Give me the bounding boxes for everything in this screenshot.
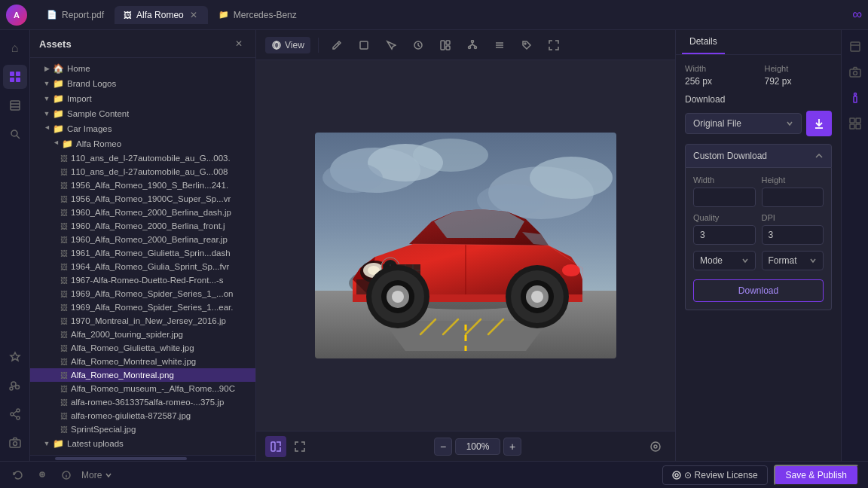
mode-select[interactable]: Mode [693,251,756,270]
toolbar-cursor-icon[interactable] [381,35,402,56]
toolbar-tree-icon[interactable] [462,35,483,56]
asset-panel-close-button[interactable]: ✕ [231,36,246,51]
tree-arrow-brand: ▼ [42,79,51,88]
download-format-select[interactable]: Original File [685,113,802,134]
sidebar-assets-icon[interactable] [3,65,27,89]
tree-item-alfa-folder[interactable]: ▼ 📁 Alfa Romeo [30,136,255,151]
tree-file-15[interactable]: 🖼Alfa_Romeo_Giulietta_white.jpg [30,341,255,355]
tree-file-20[interactable]: 🖼alfa-romeo-giulietta-872587.jpg [30,409,255,422]
more-chevron-icon [105,471,112,479]
tree-file-5[interactable]: 🖼1960_Alfa_Romeo_2000_Berlina_dash.jp [30,206,255,219]
svg-point-70 [562,264,580,276]
quality-input[interactable] [693,225,756,245]
right-icon-grid[interactable] [845,113,866,134]
tree-file-4[interactable]: 🖼1956_Alfa_Romeo_1900C_Super_Sp...vr [30,192,255,206]
format-group: Format [762,251,824,270]
toolbar-clock-icon[interactable] [408,35,429,56]
tree-file-14[interactable]: 🖼Alfa_2000_touring_spider.jpg [30,328,255,341]
right-icon-camera[interactable] [845,62,866,83]
file-icon-2: 🖼 [60,168,68,176]
tree-file-18[interactable]: 🖼Alfa_Romeo_museum_-_Alfa_Rome...90C [30,382,255,395]
dpi-input[interactable] [762,225,824,245]
tree-item-import[interactable]: ▼ 📁 Import [30,91,255,106]
tree-file-2[interactable]: 🖼110_ans_de_l-27automobile_au_G...008 [30,165,255,178]
sidebar-camera-icon[interactable] [3,431,27,455]
tree-file-1[interactable]: 🖼110_ans_de_l-27automobile_au_G...003. [30,151,255,165]
custom-download-button[interactable]: Download [693,279,824,302]
tree-file-3[interactable]: 🖼1956_Alfa_Romeo_1900_S_Berlin...241. [30,178,255,192]
tree-file-10[interactable]: 🖼1967-Alfa-Romeo-Duetto-Red-Front...-s [30,273,255,287]
tree-file-7[interactable]: 🖼1960_Alfa_Romeo_2000_Berlina_rear.jp [30,233,255,246]
tab-report[interactable]: 📄 Report.pdf [38,6,113,24]
save-publish-button[interactable]: Save & Publish [774,465,859,486]
asset-scrollbar[interactable] [30,455,255,461]
svg-point-14 [17,416,20,419]
tree-item-latest[interactable]: ▼ 📁 Latest uploads [30,436,255,451]
info-icon[interactable] [57,466,75,484]
svg-rect-23 [441,41,445,50]
right-icon-details[interactable] [845,87,866,108]
toolbar-tag-icon[interactable] [516,35,537,56]
user-avatar[interactable]: A [6,5,27,26]
review-license-button[interactable]: ⊙ Review License [662,465,767,485]
custom-download-body: Width Height Quality DPI [685,168,832,310]
download-action-icon-button[interactable] [806,111,832,136]
file-icon-1: 🖼 [60,154,68,163]
custom-height-input[interactable] [762,188,824,207]
refresh-icon[interactable] [9,466,27,484]
file-icon-17: 🖼 [60,371,68,380]
tree-item-brand-logos[interactable]: ▼ 📁 Brand Logos [30,76,255,91]
tree-file-13[interactable]: 🖼1970_Montreal_in_New_Jersey_2016.jp [30,314,255,328]
sidebar-share-icon[interactable] [3,402,27,426]
file-label-9: 1964_Alfa_Romeo_Giulia_Sprint_Sp...fvr [71,262,229,271]
tree-item-sample[interactable]: ▼ 📁 Sample Content [30,106,255,121]
custom-width-group: Width [693,175,756,207]
chevron-up-icon [815,151,824,160]
toolbar-edit-icon[interactable] [326,35,347,56]
tree-item-car-images[interactable]: ▼ 📁 Car Images [30,121,255,136]
sidebar-layers-icon[interactable] [3,93,27,117]
download-section-label: Download [685,94,832,105]
zoom-value-display[interactable]: 100% [455,438,500,455]
tab-alfa-close[interactable]: ✕ [188,10,199,20]
file-label-21: SprintSpecial.jpg [71,425,136,434]
zoom-in-button[interactable]: + [503,438,521,456]
location-icon[interactable] [33,466,51,484]
toolbar-layout-icon[interactable] [435,35,456,56]
tree-label-alfa-folder: Alfa Romeo [76,139,121,148]
sidebar-community-icon[interactable] [3,374,27,398]
tree-file-19[interactable]: 🖼alfa-romeo-3613375alfa-romeo-...375.jp [30,395,255,409]
tree-file-6[interactable]: 🖼1960_Alfa_Romeo_2000_Berlina_front.j [30,219,255,233]
sidebar-search-icon[interactable] [3,122,27,146]
nav-expand-button[interactable] [289,436,310,457]
tree-file-8[interactable]: 🖼1961_Alfa_Romeo_Giulietta_Sprin...dash [30,246,255,260]
details-tab[interactable]: Details [682,30,725,54]
infinity-symbol: ∞ [852,7,862,22]
custom-download-header[interactable]: Custom Download [685,144,832,168]
tree-file-12[interactable]: 🖼1969_Alfa_Romeo_Spider_Series_1...ear. [30,300,255,314]
tree-file-21[interactable]: 🖼SprintSpecial.jpg [30,422,255,436]
zoom-out-button[interactable]: − [434,438,452,456]
toolbar-expand-icon[interactable] [543,35,564,56]
view-mode-button[interactable]: View [265,37,310,53]
canvas-image-container [315,133,616,358]
right-icon-export[interactable] [845,36,866,57]
tree-file-11[interactable]: 🖼1969_Alfa_Romeo_Spider_Series_1_...on [30,287,255,300]
format-select[interactable]: Format [762,251,824,270]
car-image-svg [315,133,616,358]
tree-file-16[interactable]: 🖼Alfa_Romeo_Montreal_white.jpg [30,355,255,368]
tree-file-17[interactable]: 🖼Alfa_Romeo_Montreal.png [30,368,255,382]
sidebar-plugin-icon[interactable] [3,345,27,369]
toolbar-square-icon[interactable] [353,35,374,56]
file-label-10: 1967-Alfa-Romeo-Duetto-Red-Front...-s [71,276,224,285]
toolbar-list-icon[interactable] [489,35,510,56]
tab-mercedes[interactable]: 📁 Mercedes-Benz [209,6,306,24]
tree-file-9[interactable]: 🖼1964_Alfa_Romeo_Giulia_Sprint_Sp...fvr [30,260,255,273]
tree-item-home[interactable]: ▶ 🏠 Home [30,61,255,76]
more-button[interactable]: More [81,470,112,480]
tab-alfa[interactable]: 🖼 Alfa Romeo ✕ [115,6,208,24]
nav-fit-button[interactable] [265,436,286,457]
canvas-settings-button[interactable] [645,436,666,457]
custom-width-input[interactable] [693,188,756,207]
sidebar-home-icon[interactable]: ⌂ [3,36,27,60]
